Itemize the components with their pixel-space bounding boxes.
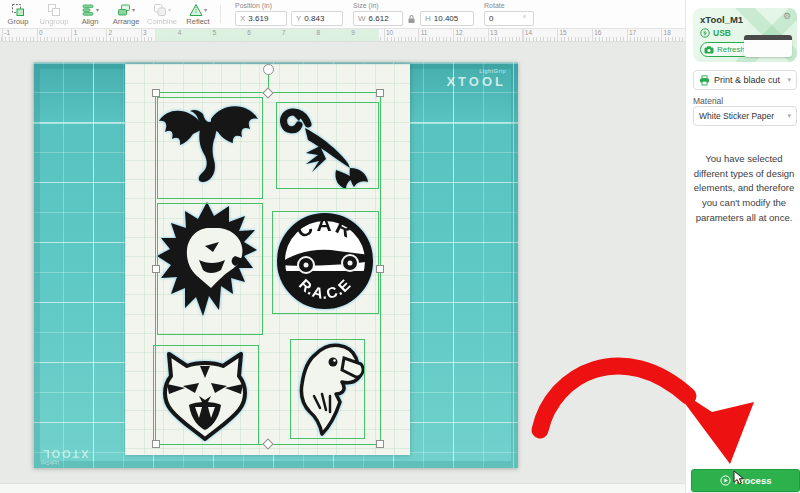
material-select[interactable]: White Sticker Paper ▾ <box>693 106 797 126</box>
top-toolbar: Group Ungroup ▾ Align ▾ Arrange ▾ <box>0 0 685 29</box>
mixed-selection-notice: You have selected different types of des… <box>690 152 798 226</box>
arrange-button[interactable]: ▾ Arrange <box>108 0 144 28</box>
chevron-down-icon: ▾ <box>787 112 791 120</box>
rotate-label: Rotate <box>484 2 534 9</box>
device-image <box>744 35 792 57</box>
horizontal-ruler: -10123456789101112131415161718 <box>0 29 685 42</box>
process-button[interactable]: Process <box>691 469 800 492</box>
usb-icon <box>700 28 710 38</box>
selection-bounding-box <box>155 92 381 445</box>
canvas-bottom-strip <box>0 483 685 493</box>
toolbar-separator <box>220 5 221 23</box>
align-button[interactable]: ▾ Align <box>72 0 108 28</box>
ruler-number: 2 <box>108 30 112 37</box>
device-settings-gear-icon[interactable]: ⚙ <box>783 11 791 21</box>
ruler-number: 0 <box>39 30 43 37</box>
position-x-value: 3.619 <box>248 14 268 23</box>
position-y-value: 0.843 <box>304 14 324 23</box>
device-card: xTool_M1 ⚙ USB Refresh <box>693 8 797 62</box>
ruler-number: 14 <box>525 30 532 37</box>
size-h-input[interactable]: H 10.405 <box>420 11 474 26</box>
mat-brand-logo-flipped: LightGrip xTool <box>41 448 89 465</box>
ungroup-button[interactable]: Ungroup <box>36 0 72 28</box>
rotate-group: Rotate 0 ° <box>484 0 534 28</box>
ruler-number: 11 <box>421 30 428 37</box>
selection-handle-middle-left[interactable] <box>152 265 160 273</box>
align-icon: ▾ <box>81 3 99 17</box>
ruler-number: 16 <box>594 30 601 37</box>
ungroup-icon <box>47 3 61 17</box>
xtool-creative-space-window: Group Ungroup ▾ Align ▾ Arrange ▾ <box>0 0 800 493</box>
ruler-number: 7 <box>282 30 286 37</box>
position-label: Position (in) <box>235 2 343 9</box>
ruler-number: 10 <box>386 30 393 37</box>
rotate-input[interactable]: 0 ° <box>484 11 534 26</box>
combine-button[interactable]: ▾ Combine <box>144 0 180 28</box>
size-group: Size (in) W 6.612 H 10.405 <box>353 0 474 28</box>
camera-icon <box>704 46 714 54</box>
group-button[interactable]: Group <box>0 0 36 28</box>
position-y-input[interactable]: Y 0.843 <box>291 11 343 26</box>
combine-icon: ▾ <box>153 3 171 17</box>
reflect-icon: ▾ <box>189 3 207 17</box>
ruler-selection-highlight <box>155 29 379 41</box>
combine-caret-icon: ▾ <box>168 6 171 13</box>
material-value: White Sticker Paper <box>699 111 783 121</box>
size-w-value: 6.612 <box>369 14 389 23</box>
mat-brand-logo: LightGrip xTool <box>446 68 506 89</box>
ruler-number: 5 <box>213 30 217 37</box>
chevron-down-icon: ▾ <box>787 76 791 84</box>
arrange-icon: ▾ <box>117 3 135 17</box>
processing-mode-value: Print & blade cut <box>714 75 783 85</box>
material-label: Material <box>693 96 723 106</box>
ruler-number: -1 <box>4 30 10 37</box>
size-h-value: 10.405 <box>434 14 458 23</box>
ruler-number: 9 <box>351 30 355 37</box>
processing-mode-select[interactable]: Print & blade cut ▾ <box>693 70 797 90</box>
play-icon <box>720 475 731 486</box>
printer-icon <box>699 75 710 86</box>
ruler-number: 18 <box>664 30 671 37</box>
device-name: xTool_M1 <box>700 14 743 25</box>
connection-type: USB <box>713 28 731 38</box>
group-icon <box>11 3 25 17</box>
ruler-number: 3 <box>143 30 147 37</box>
lock-ratio-icon[interactable] <box>407 14 416 24</box>
position-group: Position (in) X 3.619 Y 0.843 <box>235 0 343 28</box>
ruler-number: 8 <box>317 30 321 37</box>
arrange-caret-icon: ▾ <box>132 6 135 13</box>
ruler-number: 6 <box>247 30 251 37</box>
rotate-unit: ° <box>523 14 526 23</box>
ruler-number: 4 <box>178 30 182 37</box>
ruler-number: 15 <box>560 30 567 37</box>
selection-handle-bottom-right[interactable] <box>376 440 384 448</box>
position-x-input[interactable]: X 3.619 <box>235 11 287 26</box>
ruler-number: 12 <box>455 30 462 37</box>
reflect-button[interactable]: ▾ Reflect <box>180 0 216 28</box>
ruler-number: 1 <box>74 30 78 37</box>
ruler-number: 17 <box>629 30 636 37</box>
align-caret-icon: ▾ <box>96 6 99 13</box>
ruler-number: 13 <box>490 30 497 37</box>
size-w-input[interactable]: W 6.612 <box>353 11 403 26</box>
size-label: Size (in) <box>353 2 474 9</box>
rotation-handle[interactable] <box>263 64 274 75</box>
right-sidebar: xTool_M1 ⚙ USB Refresh Print & blade cut <box>685 0 800 493</box>
selection-handle-bottom-left[interactable] <box>152 440 160 448</box>
selection-handle-middle-right[interactable] <box>376 265 384 273</box>
rotate-value: 0 <box>489 14 493 23</box>
reflect-caret-icon: ▾ <box>204 6 207 13</box>
selection-handle-top-left[interactable] <box>152 89 160 97</box>
selection-handle-top-right[interactable] <box>376 89 384 97</box>
